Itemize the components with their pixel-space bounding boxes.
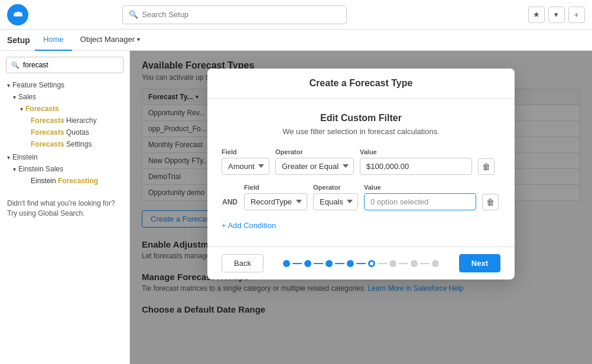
and-label: AND <box>222 198 238 206</box>
star-icon-btn[interactable]: ★ <box>528 6 545 23</box>
sidebar-einstein-sales-label[interactable]: ▾ Einstein Sales <box>0 163 129 175</box>
progress-steps <box>283 260 439 267</box>
sidebar-forecasts-label[interactable]: ▾ Forecasts <box>0 103 129 115</box>
global-search-input[interactable] <box>142 10 340 19</box>
value-input-1[interactable] <box>360 158 472 175</box>
modal-body: Edit Custom Filter We use filter selecti… <box>207 99 515 246</box>
field-select-2[interactable]: RecordType <box>244 193 307 210</box>
modal-title: Create a Forecast Type <box>222 78 500 89</box>
sidebar-search-input[interactable] <box>23 61 118 69</box>
chevron-down-icon: ▾ <box>137 36 140 43</box>
edit-filter-title: Edit Custom Filter <box>222 113 500 124</box>
sidebar-search-icon: 🔍 <box>11 61 19 69</box>
nav-bar: Setup Home Object Manager ▾ <box>0 30 592 51</box>
step-line-3 <box>335 263 344 264</box>
back-button[interactable]: Back <box>222 254 264 272</box>
step-line-1 <box>292 263 302 264</box>
sidebar-einstein-section: ▾ Einstein ▾ Einstein Sales Einstein For… <box>0 151 129 187</box>
sidebar-search[interactable]: 🔍 <box>6 57 123 73</box>
operator-select-2[interactable]: Equals <box>313 193 358 210</box>
einstein-collapse-icon: ▾ <box>7 154 10 161</box>
value-label-2: Value <box>364 184 476 191</box>
step-line-7 <box>420 263 430 264</box>
collapse-icon: ▾ <box>7 82 10 89</box>
step-7 <box>411 260 418 267</box>
value-group-1: Value <box>360 148 472 175</box>
step-line-5 <box>378 263 387 264</box>
add-condition-button[interactable]: + Add Condition <box>222 219 276 232</box>
field-select-1[interactable]: Amount <box>222 158 269 175</box>
next-button[interactable]: Next <box>459 254 500 272</box>
filter-row-1: Field Amount Operator Greater or Equal <box>222 148 500 175</box>
filter-row-2: AND Field RecordType Operator Equals <box>222 183 500 210</box>
operator-label-1: Operator <box>275 148 354 155</box>
field-label-2: Field <box>244 184 307 191</box>
forecasts-collapse-icon: ▾ <box>20 106 23 112</box>
sidebar-item-forecasts-settings[interactable]: Forecasts Settings <box>0 138 129 150</box>
field-group-1: Field Amount <box>222 148 269 175</box>
step-1 <box>283 260 290 267</box>
trash-icon-2: 🗑 <box>486 197 495 207</box>
sidebar-feature-settings-section: ▾ Feature Settings ▾ Sales ▾ Forecasts F… <box>0 79 129 150</box>
step-8 <box>432 260 439 267</box>
step-3 <box>326 260 333 267</box>
operator-select-1[interactable]: Greater or Equal <box>275 158 354 175</box>
modal-header: Create a Forecast Type <box>207 69 515 99</box>
sidebar-feature-settings-label[interactable]: ▾ Feature Settings <box>0 79 129 91</box>
create-forecast-type-modal: Create a Forecast Type Edit Custom Filte… <box>207 69 515 280</box>
global-search-bar[interactable]: 🔍 <box>122 5 347 24</box>
step-6 <box>389 260 396 267</box>
edit-filter-sub: We use filter selection in forecast calc… <box>222 127 500 136</box>
step-2 <box>304 260 311 267</box>
top-bar: 🔍 ★ ▾ ＋ <box>0 0 592 30</box>
value-input-2[interactable] <box>364 193 476 210</box>
delete-row-1-button[interactable]: 🗑 <box>478 158 495 175</box>
step-line-6 <box>399 263 408 264</box>
step-4 <box>347 260 354 267</box>
delete-row-2-button[interactable]: 🗑 <box>482 194 499 210</box>
sidebar: 🔍 ▾ Feature Settings ▾ Sales ▾ Forecasts… <box>0 51 130 364</box>
operator-label-2: Operator <box>313 184 358 191</box>
field-group-2: Field RecordType <box>244 184 307 210</box>
nav-tab-object-manager[interactable]: Object Manager ▾ <box>72 30 149 51</box>
operator-group-2: Operator Equals <box>313 184 358 210</box>
main-layout: 🔍 ▾ Feature Settings ▾ Sales ▾ Forecasts… <box>0 51 592 364</box>
app-name: Setup <box>7 35 30 45</box>
modal-footer: Back <box>207 246 515 280</box>
operator-group-1: Operator Greater or Equal <box>275 148 354 175</box>
sidebar-einstein-label[interactable]: ▾ Einstein <box>0 151 129 163</box>
content-area: Available Forecast Types You can activat… <box>130 51 592 364</box>
step-line-2 <box>314 263 323 264</box>
sidebar-footer: Didn't find what you're looking for? Try… <box>0 193 129 225</box>
step-5 <box>368 260 375 267</box>
step-line-4 <box>356 263 366 264</box>
modal-overlay: Create a Forecast Type Edit Custom Filte… <box>130 51 592 364</box>
trash-icon: 🗑 <box>482 162 490 171</box>
sidebar-item-forecasts-quotas[interactable]: Forecasts Quotas <box>0 126 129 138</box>
sales-collapse-icon: ▾ <box>13 94 16 100</box>
add-icon-btn[interactable]: ＋ <box>568 6 585 23</box>
dropdown-icon-btn[interactable]: ▾ <box>548 6 565 23</box>
salesforce-logo <box>7 4 28 25</box>
sidebar-item-forecasts-hierarchy[interactable]: Forecasts Hierarchy <box>0 115 129 126</box>
sidebar-item-einstein-forecasting[interactable]: Einstein Forecasting <box>0 175 129 187</box>
value-group-2: Value <box>364 184 476 210</box>
value-label-1: Value <box>360 148 472 155</box>
nav-tab-home[interactable]: Home <box>35 30 72 51</box>
field-label-1: Field <box>222 148 269 155</box>
search-icon: 🔍 <box>129 10 138 19</box>
top-bar-actions: ★ ▾ ＋ <box>528 6 585 23</box>
einstein-sales-collapse-icon: ▾ <box>13 166 16 173</box>
sidebar-sales-label[interactable]: ▾ Sales <box>0 91 129 103</box>
